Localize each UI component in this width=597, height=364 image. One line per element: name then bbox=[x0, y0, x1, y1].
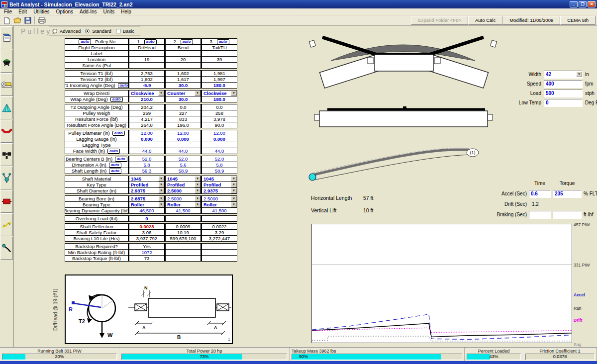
sidebar-tab-7[interactable] bbox=[0, 167, 13, 189]
chevron-down-icon[interactable]: ▼ bbox=[195, 188, 200, 193]
close-button[interactable]: ✕ bbox=[588, 1, 596, 7]
table-cell[interactable]: 0 bbox=[128, 215, 165, 222]
sidebar-tab-9[interactable] bbox=[0, 213, 13, 236]
auto-button[interactable]: auto bbox=[109, 169, 121, 174]
auto-button[interactable]: auto bbox=[109, 163, 121, 168]
speed-input[interactable]: 400 bbox=[544, 80, 583, 88]
auto-button[interactable]: auto bbox=[144, 39, 157, 44]
menu-item-file[interactable]: File bbox=[1, 8, 15, 15]
table-cell[interactable]: -5.9 bbox=[128, 82, 165, 89]
menu-item-units[interactable]: Units bbox=[100, 8, 118, 15]
chart-legend-drift: Drift bbox=[574, 318, 582, 323]
chevron-down-icon[interactable]: ▼ bbox=[195, 176, 200, 182]
horizontal-length-label: Horizontal Length bbox=[311, 195, 363, 201]
geometry-panel: Horizontal Length 57 ft Vertical Lift 10… bbox=[311, 195, 373, 220]
chevron-down-icon[interactable]: ▼ bbox=[231, 202, 237, 207]
minimize-button[interactable]: _ bbox=[570, 1, 578, 7]
chevron-down-icon[interactable]: ▼ bbox=[231, 176, 237, 182]
load-input[interactable]: 500 bbox=[544, 90, 583, 97]
advanced-radio[interactable] bbox=[53, 29, 57, 33]
sidebar-tab-10[interactable] bbox=[0, 237, 13, 260]
sidebar-tab-2[interactable] bbox=[0, 50, 13, 73]
table-cell[interactable]: 41,500 bbox=[201, 207, 237, 214]
width-input[interactable]: 42▼ bbox=[544, 71, 583, 79]
row-label: Resultant Force Angle (Deg) bbox=[65, 122, 128, 128]
chevron-down-icon[interactable]: ▼ bbox=[158, 176, 164, 182]
menu-item-edit[interactable]: Edit bbox=[15, 8, 30, 15]
chevron-down-icon[interactable]: ▼ bbox=[195, 202, 200, 207]
table-dropdown-cell[interactable]: 2.9375▼ bbox=[128, 187, 165, 194]
modified-indicator: Modified: 11/05/2009 bbox=[502, 16, 560, 25]
chevron-down-icon[interactable]: ▼ bbox=[195, 91, 200, 96]
table-cell[interactable]: 46,500 bbox=[128, 207, 165, 214]
menu-item-help[interactable]: Help bbox=[118, 8, 134, 15]
new-document-icon[interactable] bbox=[1, 16, 12, 25]
table-cell[interactable]: 30.0 bbox=[165, 82, 201, 89]
auto-calc-button[interactable]: Auto Calc bbox=[468, 16, 502, 25]
menu-item-add-ins[interactable]: Add-Ins bbox=[77, 8, 100, 15]
table-cell[interactable]: 180.0 bbox=[201, 96, 237, 102]
auto-button[interactable]: auto bbox=[217, 39, 229, 44]
table-cell[interactable]: 59.3 bbox=[128, 168, 165, 174]
braking-torque-input[interactable] bbox=[553, 211, 582, 219]
auto-button[interactable]: auto bbox=[79, 39, 91, 44]
auto-button[interactable]: auto bbox=[118, 83, 128, 88]
sidebar-tab-6[interactable] bbox=[0, 143, 13, 166]
table-cell[interactable]: 44.0 bbox=[201, 148, 237, 154]
chevron-down-icon[interactable]: ▼ bbox=[158, 182, 164, 187]
table-dropdown-cell[interactable]: 2.5000▼ bbox=[165, 187, 201, 194]
chevron-down-icon[interactable]: ▼ bbox=[158, 188, 164, 193]
chevron-down-icon[interactable]: ▼ bbox=[231, 91, 237, 96]
menu-item-utilities[interactable]: Utilities bbox=[30, 8, 52, 15]
chevron-down-icon[interactable]: ▼ bbox=[158, 202, 164, 207]
braking-time-input[interactable] bbox=[529, 211, 551, 219]
status-label: Takeup Mass 3962 lbs bbox=[290, 348, 464, 354]
auto-button[interactable]: auto bbox=[115, 157, 127, 162]
maximize-button[interactable]: ❐ bbox=[579, 1, 587, 7]
table-cell[interactable]: 30.0 bbox=[165, 96, 201, 102]
chevron-down-icon[interactable]: ▼ bbox=[576, 72, 582, 77]
chevron-down-icon[interactable]: ▼ bbox=[195, 196, 200, 201]
title-bar: Belt Analyst - Simulacion_Elevacion_TRI2… bbox=[0, 0, 597, 8]
table-cell[interactable]: 58.9 bbox=[165, 168, 201, 174]
table-cell[interactable]: 210.0 bbox=[128, 96, 165, 102]
sidebar-tab-5[interactable] bbox=[0, 120, 13, 143]
table-cell[interactable]: 180.0 bbox=[201, 82, 237, 89]
auto-button[interactable]: auto bbox=[110, 97, 123, 102]
accel-time-input[interactable]: 0.6 bbox=[529, 190, 551, 198]
lowtemp-input[interactable]: 0 bbox=[544, 99, 583, 107]
auto-button[interactable]: auto bbox=[181, 39, 193, 44]
status-value: 20% bbox=[2, 354, 116, 360]
basic-checkbox[interactable] bbox=[116, 29, 120, 33]
chevron-down-icon[interactable]: ▼ bbox=[158, 91, 164, 96]
table-cell[interactable] bbox=[165, 215, 201, 222]
auto-button[interactable]: auto bbox=[107, 149, 120, 154]
chevron-down-icon[interactable]: ▼ bbox=[231, 182, 237, 187]
basic-label: Basic bbox=[123, 28, 134, 34]
chevron-down-icon[interactable]: ▼ bbox=[231, 188, 237, 193]
table-dropdown-cell[interactable]: 2.9375▼ bbox=[201, 187, 237, 194]
chart-legend-run: Run bbox=[574, 306, 582, 311]
sidebar-tab-8[interactable] bbox=[0, 190, 13, 213]
chevron-down-icon[interactable]: ▼ bbox=[231, 196, 237, 201]
menu-item-options[interactable]: Options bbox=[53, 8, 76, 15]
table-cell[interactable]: 44.0 bbox=[128, 148, 165, 154]
chevron-down-icon[interactable]: ▼ bbox=[158, 196, 164, 201]
standard-radio[interactable] bbox=[85, 29, 90, 33]
auto-button[interactable]: auto bbox=[112, 131, 125, 136]
open-folder-icon[interactable] bbox=[12, 16, 22, 25]
table-cell[interactable]: 44.0 bbox=[165, 148, 201, 154]
table-cell[interactable]: 41,500 bbox=[165, 207, 201, 214]
sidebar-tab-3[interactable] bbox=[0, 73, 13, 96]
chevron-down-icon[interactable]: ▼ bbox=[195, 182, 200, 187]
sidebar-tab-1[interactable] bbox=[0, 26, 13, 49]
accel-torque-input[interactable]: 235 bbox=[553, 190, 582, 198]
accel-unit: % FLT bbox=[584, 191, 597, 196]
save-icon[interactable] bbox=[22, 16, 33, 25]
table-cell[interactable]: 58.9 bbox=[201, 168, 237, 174]
print-icon[interactable] bbox=[36, 16, 47, 25]
table-cell[interactable] bbox=[201, 215, 237, 222]
sidebar-tab-4[interactable] bbox=[0, 96, 13, 119]
cema-standard-button[interactable]: CEMA 5th bbox=[560, 16, 596, 25]
time-header: Time bbox=[529, 181, 551, 186]
